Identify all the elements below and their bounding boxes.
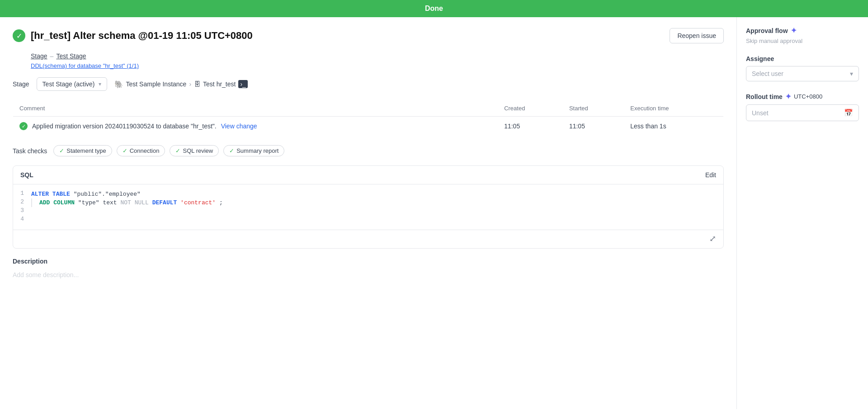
task-check-statement-type[interactable]: ✓ Statement type <box>53 145 112 156</box>
row-check-icon: ✓ <box>19 122 28 130</box>
sql-header: SQL Edit <box>13 166 723 184</box>
ddl-info-link[interactable]: DDL(schema) for database "hr_test" (1/1) <box>31 62 724 69</box>
select-user-placeholder: Select user <box>752 70 783 77</box>
col-comment: Comment <box>13 100 498 117</box>
check-statement-icon: ✓ <box>59 147 64 154</box>
sql-footer: ⤢ <box>13 230 723 248</box>
timezone-badge: UTC+0800 <box>794 93 822 100</box>
db-name: Test hr_test <box>203 80 236 88</box>
user-select-chevron-icon: ▾ <box>850 70 853 77</box>
row-comment: ✓ Applied migration version 202401190305… <box>13 117 498 136</box>
table-row: ✓ Applied migration version 202401190305… <box>13 117 724 136</box>
description-title: Description <box>13 258 724 265</box>
path-chevron-icon: › <box>189 80 191 88</box>
stage-chevron-icon: ▾ <box>99 81 101 87</box>
stage-select-value: Test Stage (active) <box>42 80 95 88</box>
issue-title-row: ✓ [hr_test] Alter schema @01-19 11:05 UT… <box>13 29 253 42</box>
content-area: ✓ [hr_test] Alter schema @01-19 11:05 UT… <box>0 17 737 409</box>
issue-title: [hr_test] Alter schema @01-19 11:05 UTC+… <box>31 30 253 42</box>
sql-title: SQL <box>20 171 33 179</box>
check-connection-label: Connection <box>130 147 160 154</box>
task-check-connection[interactable]: ✓ Connection <box>117 145 165 156</box>
task-check-summary-report[interactable]: ✓ Summary report <box>223 145 284 156</box>
sidebar: Approval flow ✦ Skip manual approval Ass… <box>737 17 868 409</box>
sql-line-3: 3 <box>13 207 723 216</box>
expand-icon[interactable]: ⤢ <box>709 234 716 244</box>
stage-link[interactable]: Stage <box>31 52 47 60</box>
row-execution-time: Less than 1s <box>624 117 723 136</box>
task-check-sql-review[interactable]: ✓ SQL review <box>170 145 219 156</box>
description-placeholder[interactable]: Add some description... <box>13 269 724 280</box>
task-checks-row: Task checks ✓ Statement type ✓ Connectio… <box>13 145 724 156</box>
rollout-section: Rollout time ✦ UTC+0800 Unset 📅 <box>746 92 859 121</box>
sql-line-2: 2 ADD COLUMN "type" text NOT NULL DEFAUL… <box>13 198 723 207</box>
approval-flow-section: Approval flow ✦ Skip manual approval <box>746 26 859 44</box>
top-bar-label: Done <box>425 5 443 12</box>
done-check-icon: ✓ <box>13 29 25 42</box>
terminal-icon: ›_ <box>238 80 247 88</box>
line-code-4 <box>31 216 35 224</box>
description-section: Description Add some description... <box>13 258 724 280</box>
row-created: 11:05 <box>498 117 563 136</box>
check-connection-icon: ✓ <box>123 147 127 154</box>
approval-flow-subtitle: Skip manual approval <box>746 38 859 44</box>
assignee-label: Assignee <box>746 55 859 62</box>
stage-row-label: Stage <box>13 80 29 88</box>
top-bar: Done <box>0 0 868 17</box>
line-pipe-2 <box>31 198 32 207</box>
view-change-link[interactable]: View change <box>221 123 257 130</box>
sql-line-4: 4 <box>13 216 723 224</box>
calendar-icon: 📅 <box>844 108 853 117</box>
sql-line-1: 1 ALTER TABLE "public"."employee" <box>13 190 723 198</box>
col-execution-time: Execution time <box>624 100 723 117</box>
assignee-section: Assignee Select user ▾ <box>746 55 859 81</box>
approval-flow-label: Approval flow <box>746 27 788 34</box>
sql-edit-button[interactable]: Edit <box>705 171 716 179</box>
check-sql-icon: ✓ <box>175 147 180 154</box>
rollout-label-text: Rollout time <box>746 93 783 100</box>
sparkle-icon: ✦ <box>791 26 797 35</box>
check-summary-label: Summary report <box>236 147 278 154</box>
col-started: Started <box>563 100 624 117</box>
unset-placeholder: Unset <box>752 109 769 117</box>
sql-section: SQL Edit 1 ALTER TABLE "public"."employe… <box>13 165 724 249</box>
reopen-issue-button[interactable]: Reopen issue <box>670 28 724 43</box>
approval-flow-title: Approval flow ✦ <box>746 26 859 35</box>
migration-table: Comment Created Started Execution time ✓… <box>13 100 724 136</box>
col-created: Created <box>498 100 563 117</box>
separator: – <box>50 52 54 60</box>
test-stage-link[interactable]: Test Stage <box>56 52 86 60</box>
check-summary-icon: ✓ <box>229 147 234 154</box>
comment-text: Applied migration version 20240119030524… <box>32 123 217 130</box>
rollout-label: Rollout time ✦ UTC+0800 <box>746 92 859 101</box>
select-user-dropdown[interactable]: Select user ▾ <box>746 66 859 81</box>
issue-header: ✓ [hr_test] Alter schema @01-19 11:05 UT… <box>13 28 724 43</box>
elephant-icon: 🐘 <box>114 80 123 89</box>
stage-row: Stage Test Stage (active) ▾ 🐘 Test Sampl… <box>13 77 724 91</box>
line-code-1: ALTER TABLE "public"."employee" <box>31 190 141 198</box>
sql-body: 1 ALTER TABLE "public"."employee" 2 ADD … <box>13 184 723 230</box>
check-statement-label: Statement type <box>66 147 106 154</box>
rollout-time-input[interactable]: Unset 📅 <box>746 104 859 121</box>
stage-info: Stage – Test Stage <box>31 52 724 60</box>
instance-name: Test Sample Instance <box>126 80 187 88</box>
line-num-4: 4 <box>13 216 31 224</box>
db-icon: 🗄 <box>194 80 200 88</box>
line-num-2: 2 <box>13 198 31 207</box>
check-sql-label: SQL review <box>183 147 213 154</box>
task-checks-label: Task checks <box>13 147 47 155</box>
stage-select-dropdown[interactable]: Test Stage (active) ▾ <box>37 77 107 91</box>
line-num-3: 3 <box>13 207 31 216</box>
row-started: 11:05 <box>563 117 624 136</box>
line-num-1: 1 <box>13 190 31 198</box>
rollout-sparkle-icon: ✦ <box>785 92 791 101</box>
line-code-2: ADD COLUMN "type" text NOT NULL DEFAULT … <box>39 198 223 207</box>
instance-path: 🐘 Test Sample Instance › 🗄 Test hr_test … <box>114 80 248 89</box>
line-code-3 <box>31 207 35 216</box>
